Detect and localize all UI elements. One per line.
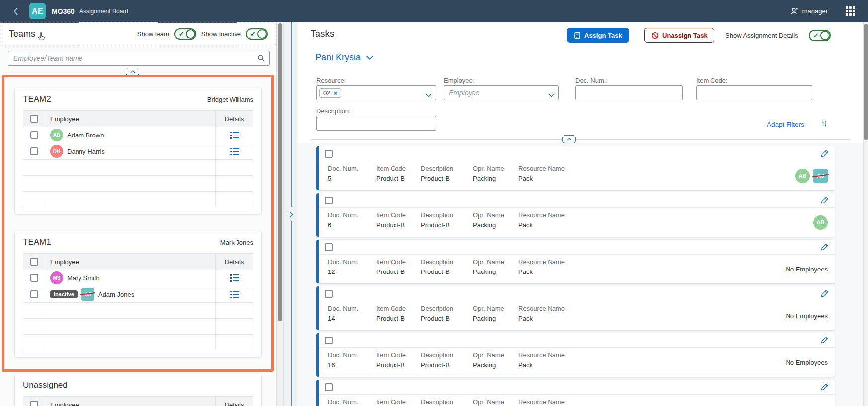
edit-task-icon[interactable]: [821, 336, 829, 345]
table-row[interactable]: Inactive AJ Adam Jones: [23, 286, 253, 303]
team-card-team1: TEAM1 Mark Jones Employee Details MS Mar…: [15, 231, 261, 357]
adapt-filters-link[interactable]: Adapt Filters: [767, 121, 804, 128]
collapse-teams-header-button[interactable]: [126, 68, 139, 76]
item-code-filter-label: Item Code:: [696, 77, 728, 84]
doc-num-label: Doc. Num.: [328, 211, 376, 219]
assignment-board-page: AE MO360 Assignment Board manager Teams: [0, 0, 868, 406]
teams-scrollbar[interactable]: [276, 22, 283, 406]
details-list-icon[interactable]: [230, 132, 239, 139]
select-all-checkbox[interactable]: [30, 258, 38, 266]
edit-task-icon[interactable]: [821, 149, 829, 159]
row-checkbox[interactable]: [30, 274, 38, 282]
resource-filter-label: Resource:: [316, 77, 346, 84]
doc-num-label: Doc. Num.: [328, 351, 376, 359]
chevron-down-icon[interactable]: [425, 91, 432, 99]
edit-task-icon[interactable]: [821, 289, 829, 299]
task-card[interactable]: Doc. Num.16 Item CodeProduct-B Descripti…: [316, 333, 835, 377]
back-chevron-icon: [13, 7, 18, 16]
item-code-label: Item Code: [376, 211, 421, 219]
details-list-icon[interactable]: [230, 274, 239, 282]
task-card[interactable]: Doc. Num.6 Item CodeProduct-B Descriptio…: [316, 193, 835, 237]
team-members-table: Employee Details MS Mary Smith Inactive: [23, 253, 253, 350]
description-filter-input[interactable]: [316, 116, 436, 131]
search-icon[interactable]: [257, 54, 265, 64]
tasks-panel: Tasks Assign Task Unassign Task Show Ass…: [298, 22, 863, 406]
item-code-filter-input[interactable]: [696, 85, 812, 100]
doc-num-filter-input[interactable]: [575, 85, 683, 100]
assignee-avatar-inactive: AJ: [813, 169, 828, 183]
opr-name-value: Packing: [473, 315, 518, 322]
app-logo[interactable]: AE: [29, 3, 46, 19]
selected-employee-dropdown[interactable]: Pani Krysia: [316, 52, 374, 63]
assign-task-button[interactable]: Assign Task: [567, 28, 629, 43]
opr-name-label: Opr. Name: [473, 165, 518, 172]
description-value: Product-B: [421, 315, 473, 322]
doc-num-value: 12: [328, 268, 376, 275]
opr-name-value: Packing: [473, 175, 518, 182]
show-inactive-toggle[interactable]: ✓: [246, 28, 268, 40]
task-checkbox[interactable]: [325, 197, 333, 204]
edit-task-icon[interactable]: [821, 383, 829, 392]
employee-team-search-input[interactable]: [8, 51, 270, 66]
opr-name-label: Opr. Name: [473, 305, 518, 312]
details-list-icon[interactable]: [230, 148, 239, 155]
description-filter-label: Description:: [316, 107, 351, 115]
doc-num-value: 16: [328, 361, 376, 369]
edit-task-icon[interactable]: [821, 196, 829, 205]
show-assignment-details-toggle[interactable]: ✓: [809, 30, 831, 41]
details-column-header: Details: [215, 111, 253, 127]
avatar: MS: [50, 271, 63, 284]
no-employees-text: No Employees: [786, 312, 828, 320]
select-all-checkbox[interactable]: [30, 115, 38, 123]
task-checkbox[interactable]: [325, 150, 333, 158]
collapse-filter-bar-button[interactable]: [562, 135, 576, 143]
table-row[interactable]: DH Danny Harris: [23, 143, 253, 160]
mouse-cursor-icon: [37, 32, 46, 43]
table-header-row: Employee Details: [23, 254, 253, 270]
unassign-task-button[interactable]: Unassign Task: [644, 28, 714, 43]
employee-filter-combo[interactable]: Employee: [444, 85, 559, 100]
task-checkbox[interactable]: [325, 337, 333, 344]
item-code-value: Product-B: [376, 315, 421, 322]
expand-panel-button[interactable]: [286, 207, 297, 221]
row-checkbox[interactable]: [30, 147, 38, 155]
resource-name-value: Pack: [518, 221, 667, 229]
resource-filter-combo[interactable]: 02 ×: [316, 85, 436, 100]
select-all-checkbox[interactable]: [30, 401, 38, 406]
chevron-down-icon[interactable]: [548, 91, 554, 99]
panel-splitter[interactable]: [283, 22, 298, 406]
task-card[interactable]: Doc. Num.5 Item CodeProduct-B Descriptio…: [316, 146, 835, 190]
task-card[interactable]: Doc. Num. Item Code Description Opr. Nam…: [316, 380, 835, 406]
employee-column-header: Employee: [45, 397, 215, 406]
employee-placeholder: Employee: [447, 89, 479, 97]
item-code-value: Product-B: [376, 361, 421, 369]
table-row[interactable]: MS Mary Smith: [23, 270, 253, 286]
item-code-value: Product-B: [376, 268, 421, 275]
product-name: MO360: [52, 7, 75, 15]
edit-task-icon[interactable]: [821, 243, 829, 252]
remove-token-icon[interactable]: ×: [333, 89, 337, 97]
empty-row: [23, 160, 253, 176]
task-card[interactable]: Doc. Num.14 Item CodeProduct-B Descripti…: [316, 286, 835, 330]
task-checkbox[interactable]: [325, 243, 333, 251]
sort-icon[interactable]: ↑↓: [821, 119, 826, 128]
details-list-icon[interactable]: [230, 291, 239, 298]
description-label: Description: [421, 258, 473, 266]
task-checkbox[interactable]: [325, 383, 333, 391]
resource-name-label: Resource Name: [518, 258, 667, 266]
row-checkbox[interactable]: [30, 131, 38, 139]
task-checkbox[interactable]: [325, 290, 333, 298]
user-menu[interactable]: manager: [790, 7, 828, 16]
tasks-scrollbar[interactable]: [863, 22, 868, 406]
scrollbar-thumb[interactable]: [864, 24, 868, 140]
task-card[interactable]: Doc. Num.12 Item CodeProduct-B Descripti…: [316, 240, 835, 283]
show-team-toggle[interactable]: ✓: [174, 28, 196, 40]
empty-row: [23, 319, 253, 335]
opr-name-value: Packing: [473, 268, 518, 275]
table-row[interactable]: AB Adam Brown: [23, 127, 253, 143]
back-button[interactable]: [13, 7, 18, 16]
doc-num-label: Doc. Num.: [328, 305, 376, 312]
row-checkbox[interactable]: [30, 290, 38, 298]
scrollbar-thumb[interactable]: [278, 23, 282, 321]
app-launcher-grid-icon[interactable]: [846, 6, 855, 16]
